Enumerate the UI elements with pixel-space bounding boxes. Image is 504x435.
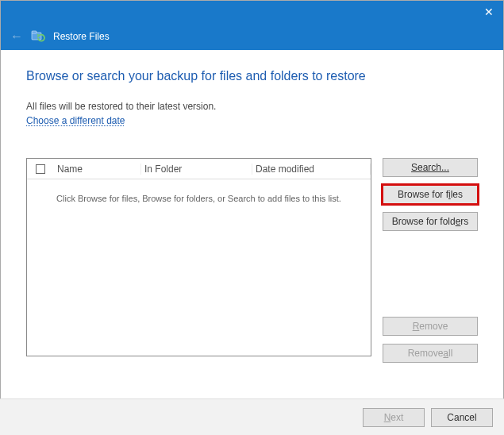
window-title: Restore Files <box>53 31 110 42</box>
browse-files-button[interactable]: Browse for files <box>383 185 478 204</box>
svg-rect-1 <box>32 31 37 33</box>
svg-rect-0 <box>32 33 41 40</box>
remove-button: Remove <box>383 317 478 336</box>
file-list[interactable]: Name In Folder Date modified Click Brows… <box>26 158 371 356</box>
footer: Next Cancel <box>0 398 504 435</box>
header-strip: ← Restore Files <box>1 23 503 50</box>
content-area: Browse or search your backup for files a… <box>1 50 503 363</box>
empty-list-message: Click Browse for files, Browse for folde… <box>27 179 371 203</box>
cancel-button[interactable]: Cancel <box>431 408 493 427</box>
choose-date-link[interactable]: Choose a different date <box>26 115 125 126</box>
page-heading: Browse or search your backup for files a… <box>26 69 478 83</box>
list-header: Name In Folder Date modified <box>27 159 371 179</box>
remove-all-button: Remove all <box>383 344 478 363</box>
back-arrow-icon[interactable]: ← <box>10 29 23 44</box>
column-in-folder[interactable]: In Folder <box>141 164 252 175</box>
titlebar: ✕ <box>1 1 503 23</box>
close-icon[interactable]: ✕ <box>484 6 494 18</box>
version-note: All files will be restored to their late… <box>26 101 478 112</box>
column-name[interactable]: Name <box>54 164 141 175</box>
action-buttons: Search... Browse for files Browse for fo… <box>383 158 478 363</box>
search-button[interactable]: Search... <box>383 158 478 177</box>
select-all-checkbox[interactable] <box>36 164 45 174</box>
restore-files-icon <box>31 29 45 44</box>
column-date-modified[interactable]: Date modified <box>252 164 371 175</box>
browse-folders-button[interactable]: Browse for folders <box>383 212 478 231</box>
next-button: Next <box>363 408 425 427</box>
select-all-checkbox-cell[interactable] <box>27 164 54 174</box>
